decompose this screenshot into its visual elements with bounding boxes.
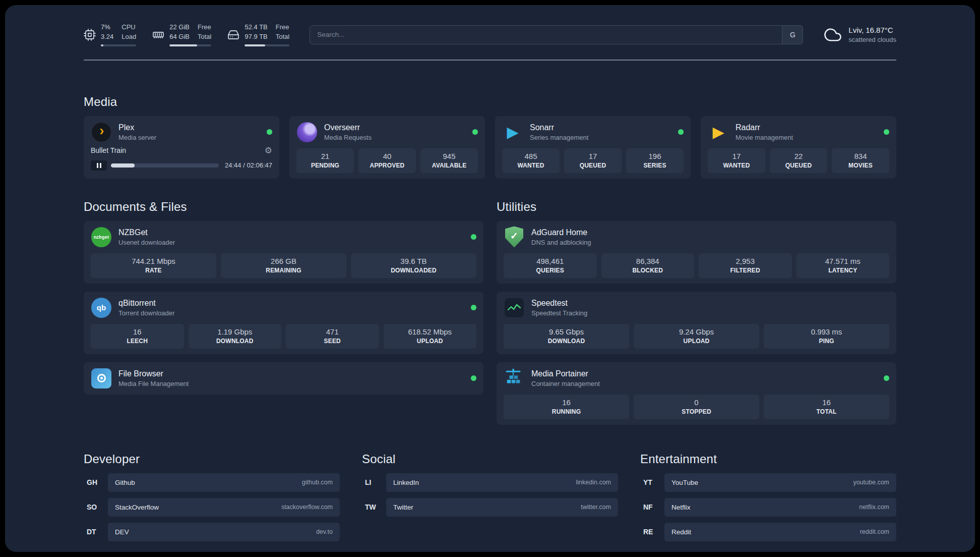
stat-tile: 17 QUEUED — [564, 148, 622, 173]
stat-label: PENDING — [298, 162, 352, 169]
stat-value: 1.19 Gbps — [191, 327, 280, 336]
overseerr-icon — [296, 122, 318, 143]
stat-tile: 9.24 Gbps UPLOAD — [634, 324, 759, 349]
pause-button[interactable] — [91, 160, 107, 171]
stat-label: LATENCY — [799, 267, 888, 274]
service-name: File Browser — [118, 369, 189, 378]
bookmark-reddit[interactable]: RE Reddit reddit.com — [640, 523, 896, 541]
stat-value: 47.571 ms — [799, 257, 888, 265]
sonarr-icon: ▶ — [502, 122, 523, 143]
service-description: Media File Management — [118, 380, 189, 387]
stat-value: 86,384 — [603, 257, 693, 265]
stat-label: WANTED — [504, 162, 558, 169]
service-name: Sonarr — [530, 123, 588, 132]
stat-tile: 17 WANTED — [708, 148, 765, 173]
qbittorrent-icon: qb — [91, 297, 112, 318]
stat-value: 40 — [360, 152, 414, 160]
stat-label: AVAILABLE — [422, 162, 476, 169]
memory-free-label: Free — [198, 23, 211, 31]
stat-tile: 16 LEECH — [91, 324, 184, 349]
status-dot — [471, 305, 476, 310]
stat-tile: 618.52 Mbps UPLOAD — [384, 324, 477, 349]
bookmark-youtube[interactable]: YT YouTube youtube.com — [640, 473, 896, 492]
status-dot — [884, 375, 889, 381]
bookmark-github[interactable]: GH Github github.com — [84, 473, 340, 492]
overseerr-card[interactable]: Overseerr Media Requests 21 PENDING 40 A… — [289, 116, 485, 179]
bookmark-name: Github — [115, 479, 135, 486]
radarr-card[interactable]: ▶ Radarr Movie management 17 WANTED — [701, 116, 896, 179]
bookmark-abbr: GH — [84, 478, 108, 486]
stat-label: UPLOAD — [636, 338, 757, 345]
sonarr-card[interactable]: ▶ Sonarr Series management 485 WANTED — [495, 116, 691, 179]
disk-total-value: 97.9 TB — [244, 33, 267, 41]
service-description: Usenet downloader — [118, 239, 175, 246]
memory-free-value: 22 GiB — [169, 23, 190, 31]
stat-value: 196 — [628, 152, 682, 160]
nzbget-card[interactable]: nzbget NZBGet Usenet downloader 744.21 M… — [84, 221, 483, 284]
bookmark-abbr: LI — [362, 478, 386, 486]
bookmark-dev[interactable]: DT DEV dev.to — [84, 523, 340, 541]
search-bar: G — [310, 25, 803, 44]
bookmark-netflix[interactable]: NF Netflix netflix.com — [640, 498, 896, 517]
cpu-load-value: 3.24 — [101, 33, 113, 41]
memory-icon — [152, 29, 164, 41]
gear-icon[interactable]: ⚙ — [265, 146, 272, 155]
stat-tile: 498,461 QUERIES — [504, 253, 597, 278]
filebrowser-card[interactable]: File Browser Media File Management — [84, 362, 483, 395]
search-input[interactable] — [310, 25, 803, 44]
stat-value: 16 — [506, 398, 627, 407]
cpu-usage-label: CPU — [121, 23, 136, 31]
stat-value: 945 — [422, 152, 476, 160]
speedtest-card[interactable]: Speedtest Speedtest Tracking 9.65 Gbps D… — [497, 292, 896, 354]
stat-tile: 40 APPROVED — [358, 148, 416, 173]
stat-tile: 744.21 Mbps RATE — [91, 253, 216, 278]
adguard-card[interactable]: ✓ AdGuard Home DNS and adblocking 498,46… — [497, 221, 896, 284]
bookmark-name: YouTube — [671, 479, 698, 486]
portainer-card[interactable]: Media Portainer Container management 16 … — [497, 362, 896, 425]
stat-tile: 16 RUNNING — [504, 395, 629, 419]
disk-widget: 52.4 TB 97.9 TB Free Total — [227, 23, 289, 46]
section-documents: Documents & Files nzbget NZBGet Usenet d… — [84, 200, 483, 395]
service-name: AdGuard Home — [531, 228, 591, 237]
speedtest-icon — [504, 297, 525, 318]
stat-value: 16 — [766, 398, 887, 407]
stat-tile: 0 STOPPED — [634, 395, 759, 419]
stat-value: 9.65 Gbps — [506, 327, 627, 336]
search-provider-button[interactable]: G — [782, 25, 803, 44]
dashboard: 7% 3.24 CPU Load — [5, 5, 975, 552]
bookmark-name: Reddit — [671, 528, 691, 536]
service-description: Speedtest Tracking — [531, 309, 587, 317]
bookmark-abbr: DT — [84, 528, 108, 536]
plex-card[interactable]: › Plex Media server Bullet Train ⚙ — [84, 116, 279, 179]
cpu-usage-bar-fill — [101, 44, 103, 46]
stat-value: 266 GB — [223, 257, 344, 265]
bookmark-abbr: RE — [640, 528, 664, 536]
cloud-icon — [823, 26, 842, 43]
section-title-documents: Documents & Files — [84, 200, 483, 214]
section-utilities: Utilities ✓ AdGuard Home DNS and adblock… — [497, 200, 896, 425]
bookmark-domain: netflix.com — [859, 504, 889, 511]
stat-tile: 1.19 Gbps DOWNLOAD — [189, 324, 282, 349]
stat-label: SERIES — [628, 162, 682, 169]
weather-widget[interactable]: Lviv, 16.87°C scattered clouds — [823, 26, 896, 43]
stat-label: WANTED — [710, 162, 763, 169]
disk-total-label: Total — [276, 33, 289, 41]
stat-value: 39.6 TB — [353, 257, 474, 265]
bookmark-abbr: TW — [362, 503, 386, 511]
service-name: NZBGet — [118, 228, 175, 237]
disk-usage-bar-fill — [244, 44, 265, 46]
bookmark-linkedin[interactable]: LI LinkedIn linkedin.com — [362, 473, 618, 492]
section-title-entertainment: Entertainment — [640, 452, 896, 466]
bookmark-twitter[interactable]: TW Twitter twitter.com — [362, 498, 618, 517]
weather-condition: scattered clouds — [848, 36, 896, 43]
bookmark-name: Netflix — [671, 504, 691, 511]
filebrowser-icon — [91, 368, 112, 389]
stat-label: QUEUED — [566, 162, 620, 169]
bookmark-abbr: SO — [84, 503, 108, 511]
bookmark-domain: stackoverflow.com — [281, 504, 333, 511]
bookmark-stackoverflow[interactable]: SO StackOverflow stackoverflow.com — [84, 498, 340, 517]
service-name: qBittorrent — [118, 299, 174, 308]
qbittorrent-card[interactable]: qb qBittorrent Torrent downloader 16 LEE… — [84, 292, 483, 354]
stat-value: 0 — [636, 398, 757, 407]
stat-tile: 22 QUEUED — [770, 148, 827, 173]
